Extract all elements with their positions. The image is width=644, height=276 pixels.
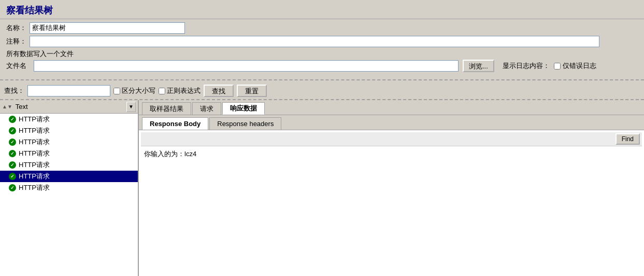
case-sensitive-label[interactable]: 区分大小写 bbox=[113, 86, 155, 95]
tab-request-label: 请求 bbox=[200, 104, 213, 114]
name-input[interactable] bbox=[30, 22, 185, 34]
check-icon-3: ✓ bbox=[8, 138, 17, 146]
sub-tabs-row: Response Body Response headers bbox=[139, 115, 644, 130]
tree-item-selected[interactable]: ✓ HTTP请求 bbox=[0, 171, 138, 182]
sub-tab-response-headers-label: Response headers bbox=[217, 120, 274, 128]
tree-item-label-6: HTTP请求 bbox=[19, 172, 50, 181]
response-text: 你输入的为：lcz4 bbox=[144, 150, 196, 158]
tree-item[interactable]: ✓ HTTP请求 bbox=[0, 136, 138, 148]
tree-item-label-3: HTTP请求 bbox=[19, 137, 50, 147]
left-panel-header: ▲▼ Text ▼ bbox=[0, 100, 138, 114]
form-section: 名称： 注释： 所有数据写入一个文件 文件名 浏览... 显示日志内容： 仅错误… bbox=[0, 19, 644, 77]
tab-response-data-label: 响应数据 bbox=[230, 104, 257, 113]
reset-button[interactable]: 重置 bbox=[237, 85, 267, 97]
title-bar: 察看结果树 bbox=[0, 0, 644, 19]
response-content: Find 你输入的为：lcz4 bbox=[139, 130, 644, 276]
response-text-area: 你输入的为：lcz4 bbox=[141, 146, 642, 274]
case-sensitive-text: 区分大小写 bbox=[122, 86, 155, 95]
tree-item-label-7: HTTP请求 bbox=[19, 183, 50, 192]
check-icon-4: ✓ bbox=[8, 149, 17, 158]
tab-sampler-result-label: 取样器结果 bbox=[150, 104, 183, 114]
file-input[interactable] bbox=[34, 60, 459, 72]
write-all-label: 所有数据写入一个文件 bbox=[6, 49, 74, 59]
collapse-arrow-icon: ▲▼ bbox=[2, 104, 12, 109]
write-all-row: 所有数据写入一个文件 bbox=[6, 49, 638, 59]
comment-input[interactable] bbox=[30, 36, 599, 47]
check-icon-7: ✓ bbox=[8, 184, 17, 192]
sub-tab-response-body-label: Response Body bbox=[150, 120, 201, 128]
tree-item-label-1: HTTP请求 bbox=[19, 115, 50, 124]
tab-sampler-result[interactable]: 取样器结果 bbox=[142, 102, 191, 115]
page-title: 察看结果树 bbox=[6, 5, 53, 16]
check-icon-1: ✓ bbox=[8, 115, 17, 123]
check-icon-6: ✓ bbox=[8, 172, 17, 181]
search-bar: 查找： 区分大小写 正则表达式 查找 重置 bbox=[0, 82, 644, 99]
error-only-checkbox[interactable] bbox=[554, 63, 561, 70]
find-row: Find bbox=[141, 132, 642, 146]
main-container: 察看结果树 名称： 注释： 所有数据写入一个文件 文件名 浏览... 显示日志内… bbox=[0, 0, 644, 276]
check-icon-5: ✓ bbox=[8, 161, 17, 169]
find-button[interactable]: Find bbox=[616, 133, 640, 145]
tree-item[interactable]: ✓ HTTP请求 bbox=[0, 182, 138, 194]
tree-item-label-5: HTTP请求 bbox=[19, 160, 50, 170]
find-search-button[interactable]: 查找 bbox=[204, 85, 234, 97]
tree-item-label-2: HTTP请求 bbox=[19, 126, 50, 135]
sub-tab-response-headers[interactable]: Response headers bbox=[209, 117, 281, 130]
comment-row: 注释： bbox=[6, 36, 638, 47]
search-label: 查找： bbox=[4, 86, 24, 95]
display-log-label: 显示日志内容： bbox=[503, 61, 550, 71]
tree-item[interactable]: ✓ HTTP请求 bbox=[0, 159, 138, 171]
left-panel-label: Text bbox=[13, 103, 126, 111]
tree-item[interactable]: ✓ HTTP请求 bbox=[0, 125, 138, 136]
regex-checkbox[interactable] bbox=[159, 88, 165, 94]
comment-label: 注释： bbox=[6, 37, 26, 46]
tree-item[interactable]: ✓ HTTP请求 bbox=[0, 148, 138, 159]
regex-label[interactable]: 正则表达式 bbox=[159, 86, 201, 95]
tree-item-label-4: HTTP请求 bbox=[19, 149, 50, 158]
check-icon-2: ✓ bbox=[8, 127, 17, 135]
sub-tab-response-body[interactable]: Response Body bbox=[142, 117, 208, 130]
right-panel: 取样器结果 请求 响应数据 Response Body Response hea… bbox=[139, 100, 644, 276]
dropdown-arrow-button[interactable]: ▼ bbox=[126, 102, 136, 112]
content-area: ▲▼ Text ▼ ✓ HTTP请求 ✓ HTTP请求 ✓ HTTP请求 bbox=[0, 99, 644, 276]
error-only-text: 仅错误日志 bbox=[563, 61, 596, 71]
tab-response-data[interactable]: 响应数据 bbox=[222, 102, 265, 115]
name-row: 名称： bbox=[6, 22, 638, 34]
file-label: 文件名 bbox=[6, 61, 26, 71]
file-row: 文件名 浏览... 显示日志内容： 仅错误日志 bbox=[6, 60, 638, 72]
browse-button[interactable]: 浏览... bbox=[463, 60, 494, 72]
name-label: 名称： bbox=[6, 23, 26, 33]
tab-request[interactable]: 请求 bbox=[192, 102, 221, 115]
main-tabs-row: 取样器结果 请求 响应数据 bbox=[139, 100, 644, 115]
error-only-checkbox-label[interactable]: 仅错误日志 bbox=[554, 61, 596, 71]
regex-text: 正则表达式 bbox=[167, 86, 201, 95]
tree-list: ✓ HTTP请求 ✓ HTTP请求 ✓ HTTP请求 ✓ HTTP请求 ✓ bbox=[0, 114, 138, 276]
search-input[interactable] bbox=[27, 85, 110, 96]
divider-1 bbox=[0, 79, 644, 80]
case-sensitive-checkbox[interactable] bbox=[113, 88, 120, 94]
tree-item[interactable]: ✓ HTTP请求 bbox=[0, 114, 138, 125]
left-panel: ▲▼ Text ▼ ✓ HTTP请求 ✓ HTTP请求 ✓ HTTP请求 bbox=[0, 100, 139, 276]
